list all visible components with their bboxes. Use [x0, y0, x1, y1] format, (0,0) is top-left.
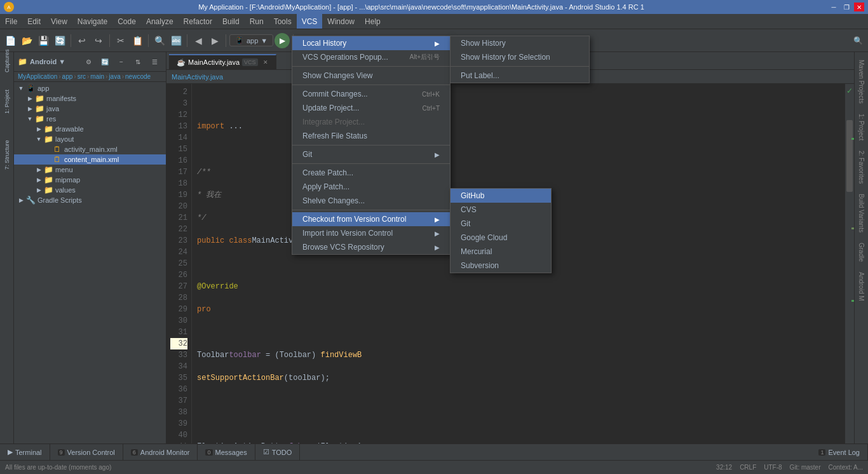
event-log-tab[interactable]: 1 Event Log — [811, 444, 868, 460]
menu-edit[interactable]: Edit — [22, 14, 46, 29]
breadcrumb-src[interactable]: src — [78, 73, 86, 80]
vcs-commit[interactable]: Commit Changes... Ctrl+K — [292, 87, 450, 101]
toolbar-back-btn[interactable]: ◀ — [191, 33, 206, 48]
project-gear-btn[interactable]: ☰ — [147, 54, 162, 69]
toolbar-open-btn[interactable]: 📂 — [19, 33, 34, 48]
tree-item-menu[interactable]: ▶ 📁 menu — [14, 165, 166, 175]
vcs-update[interactable]: Update Project... Ctrl+T — [292, 101, 450, 115]
structure-panel-icon[interactable]: 7: Structure — [1, 149, 13, 161]
messages-tab[interactable]: 0 Messages — [198, 444, 255, 460]
tree-item-java[interactable]: ▶ 📁 java — [14, 104, 166, 114]
menu-tools[interactable]: Tools — [269, 14, 297, 29]
vcs-shelve[interactable]: Shelve Changes... — [292, 194, 450, 208]
toolbar-replace-btn[interactable]: 🔤 — [168, 33, 184, 48]
tree-item-app[interactable]: ▼ 📱 app — [14, 83, 166, 93]
lh-show-history-selection[interactable]: Show History for Selection — [451, 50, 589, 64]
project-panel-icon[interactable]: 1: Project — [1, 95, 13, 108]
vcs-browse[interactable]: Browse VCS Repository ▶ — [292, 240, 450, 254]
menu-help[interactable]: Help — [360, 14, 386, 29]
editor-tab-mainactivity[interactable]: ☕ MainActivity.java VCS ✕ — [169, 54, 276, 69]
tree-item-content-main[interactable]: ▶ 🗒 content_main.xml — [14, 154, 166, 165]
vcs-import[interactable]: Import into Version Control ▶ — [292, 226, 450, 240]
vcs-create-patch[interactable]: Create Patch... — [292, 166, 450, 180]
checkout-subversion[interactable]: Subversion — [451, 259, 551, 273]
menu-view[interactable]: View — [46, 14, 72, 29]
maven-projects-panel[interactable]: Maven Projects — [856, 55, 867, 109]
toolbar-save-btn[interactable]: 💾 — [36, 33, 51, 48]
vcs-local-history[interactable]: Local History ▶ — [292, 36, 450, 50]
vcs-checkout[interactable]: Checkout from Version Control ▶ — [292, 212, 450, 226]
favorites-panel[interactable]: 2: Favorites — [856, 146, 867, 189]
run-button[interactable]: ▶ — [275, 33, 290, 48]
menu-analyze[interactable]: Analyze — [141, 14, 179, 29]
project-collapse-btn[interactable]: − — [114, 54, 129, 69]
tree-item-gradle[interactable]: ▶ 🔧 Gradle Scripts — [14, 195, 166, 205]
tree-item-layout[interactable]: ▼ 📁 layout — [14, 134, 166, 144]
menu-navigate[interactable]: Navigate — [72, 14, 112, 29]
tree-item-values[interactable]: ▶ 📁 values — [14, 185, 166, 195]
breadcrumb-main[interactable]: main — [90, 73, 104, 80]
project-dropdown[interactable]: Android ▼ — [30, 58, 65, 65]
project-settings-btn[interactable]: ⚙ — [81, 54, 96, 69]
tree-item-activity-main[interactable]: ▶ 🗒 activity_main.xml — [14, 144, 166, 154]
project-sort-btn[interactable]: ⇅ — [130, 54, 146, 69]
menu-refactor[interactable]: Refactor — [179, 14, 217, 29]
todo-tab[interactable]: ☑ TODO — [255, 444, 301, 460]
tree-item-drawable[interactable]: ▶ 📁 drawable — [14, 124, 166, 134]
tab-close-icon[interactable]: ✕ — [263, 59, 268, 65]
android-monitor-right[interactable]: Android M — [856, 267, 867, 306]
toolbar-cut-btn[interactable]: ✂ — [113, 33, 128, 48]
menu-vcs[interactable]: VCS — [297, 14, 323, 29]
lh-put-label[interactable]: Put Label... — [451, 69, 589, 83]
toolbar-forward-btn[interactable]: ▶ — [207, 33, 222, 48]
build-variants-panel[interactable]: Build Variants — [856, 189, 867, 238]
restore-button[interactable]: ❐ — [841, 3, 851, 11]
terminal-tab[interactable]: ▶ Terminal — [0, 444, 50, 460]
vcs-git[interactable]: Git ▶ — [292, 147, 450, 161]
lh-show-history[interactable]: Show History — [451, 36, 589, 50]
toolbar-copy-btn[interactable]: 📋 — [130, 33, 145, 48]
vcs-operations-popup[interactable]: VCS Operations Popup... Alt+后引号 — [292, 50, 450, 64]
captures-panel-icon[interactable]: Captures — [1, 55, 13, 67]
checkout-github[interactable]: GitHub — [451, 189, 551, 203]
breadcrumb-mainactivity[interactable]: MainActivity.java — [172, 73, 223, 81]
search-everywhere-btn[interactable]: 🔍 — [850, 33, 865, 48]
project-sync-btn[interactable]: 🔄 — [97, 54, 112, 69]
toolbar-find-btn[interactable]: 🔍 — [152, 33, 167, 48]
toolbar-new-btn[interactable]: 📄 — [3, 33, 18, 48]
menu-window[interactable]: Window — [322, 14, 360, 29]
git-submenu-arrow: ▶ — [435, 151, 440, 158]
cursor-position: 32:12 — [716, 464, 732, 471]
breadcrumb-myapplication[interactable]: MyApplication — [18, 73, 57, 80]
app-selector[interactable]: 📱 app ▼ — [229, 34, 273, 46]
menu-code[interactable]: Code — [112, 14, 141, 29]
checkout-git[interactable]: Git — [451, 217, 551, 231]
vcs-apply-patch[interactable]: Apply Patch... — [292, 180, 450, 194]
gradle-panel[interactable]: Gradle — [856, 238, 867, 267]
tree-item-manifests[interactable]: ▶ 📁 manifests — [14, 93, 166, 104]
checkout-google-cloud[interactable]: Google Cloud — [451, 231, 551, 245]
menu-build[interactable]: Build — [217, 14, 245, 29]
checkout-mercurial[interactable]: Mercurial — [451, 245, 551, 259]
tree-item-mipmap[interactable]: ▶ 📁 mipmap — [14, 175, 166, 185]
project-panel-right[interactable]: 1: Project — [856, 109, 867, 146]
breadcrumb-app[interactable]: app — [62, 73, 73, 80]
vcs-show-changes[interactable]: Show Changes View — [292, 69, 450, 83]
toolbar-redo-btn[interactable]: ↪ — [91, 33, 106, 48]
vcs-refresh[interactable]: Refresh File Status — [292, 129, 450, 143]
android-monitor-tab[interactable]: 6 Android Monitor — [123, 444, 198, 460]
line-ending: CRLF — [740, 464, 756, 471]
menu-run[interactable]: Run — [245, 14, 269, 29]
minimize-button[interactable]: ─ — [829, 3, 839, 11]
checkout-cvs[interactable]: CVS — [451, 203, 551, 217]
toolbar-sync-btn[interactable]: 🔄 — [52, 33, 67, 48]
breadcrumb-newcode[interactable]: newcode — [125, 73, 151, 80]
scroll-indicator[interactable]: ✓ — [845, 84, 854, 444]
close-button[interactable]: ✕ — [854, 3, 864, 11]
tree-item-res[interactable]: ▼ 📁 res — [14, 114, 166, 124]
toolbar-undo-btn[interactable]: ↩ — [74, 33, 90, 48]
breadcrumb-java[interactable]: java — [109, 73, 120, 80]
app-selector-icon: 📱 — [235, 36, 244, 44]
version-control-tab[interactable]: 9 Version Control — [50, 444, 123, 460]
menu-file[interactable]: File — [0, 14, 22, 29]
